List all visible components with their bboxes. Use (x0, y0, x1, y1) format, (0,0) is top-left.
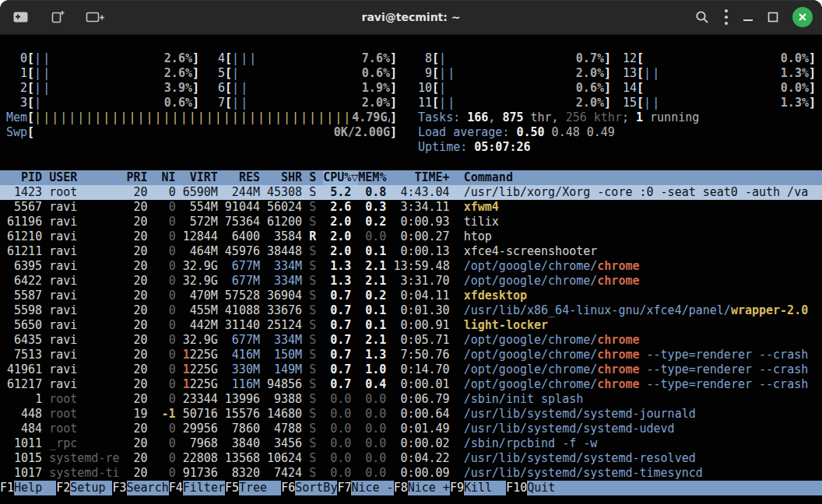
process-row[interactable]: 1root20023344139969388S0.00.00:06.79/sbi… (0, 392, 822, 407)
column-header-shr[interactable]: SHR (267, 170, 302, 185)
text-segment: 0.8 (365, 185, 386, 199)
process-row[interactable]: 6395ravi20032.9G677M334MS1.32.113:59.48/… (0, 259, 822, 274)
process-cell: 0.7 (323, 303, 351, 318)
column-header-ni[interactable]: NI (155, 170, 176, 185)
process-cell: S (309, 274, 316, 289)
process-row[interactable]: 61196ravi200572M7536461200S2.00.20:00.93… (0, 215, 822, 229)
process-row[interactable]: 1017systemd-ti2009173683207424S0.00.00:0… (0, 466, 822, 481)
maximize-button[interactable] (768, 12, 778, 23)
process-row[interactable]: 1423root2006590M244M45308S5.20.84:43.04/… (0, 185, 822, 200)
process-cell: 56024 (267, 200, 302, 215)
fkey-search[interactable]: F3Search (112, 481, 168, 495)
process-row[interactable]: 61210ravi2001284464003584R2.00.00:00.27h… (0, 229, 822, 244)
meter-bracket: [ (225, 81, 232, 96)
cpu-meter-label: 9 (411, 66, 432, 81)
process-row[interactable]: 5567ravi200554M9104456024S2.60.33:34.11x… (0, 200, 822, 215)
text-segment: 22808 (183, 451, 218, 465)
text-segment: 0:06.79 (400, 392, 449, 406)
process-row[interactable]: 6422ravi20032.9G677M334MS1.32.13:31.70/o… (0, 274, 822, 289)
text-segment: 5.2 (330, 185, 351, 199)
text-segment: --type=renderer --crash (639, 362, 808, 376)
process-row[interactable]: 7513ravi2001225G416M150MS0.71.37:50.76/o… (0, 348, 822, 362)
column-header-pid[interactable]: PID (7, 170, 42, 185)
fkey-kill[interactable]: F9Kill (450, 481, 506, 495)
column-header-command[interactable]: Command (464, 170, 822, 185)
fkey-tree[interactable]: F5Tree (225, 481, 281, 495)
table-header-row: PIDUSERPRINIVIRTRESSHRSCPU%▽MEM%TIME+Com… (0, 170, 822, 185)
text-segment: 0 (169, 377, 176, 391)
cpu-meter-row: 10[|0.6%]14[0.0%] (411, 81, 816, 96)
process-row[interactable]: 484root2002995678604788S0.00.00:01.49/us… (0, 422, 822, 436)
column-header-virt[interactable]: VIRT (183, 170, 218, 185)
process-cell: 0.2 (358, 215, 386, 229)
process-row[interactable]: 1015systemd-re200228081356810624S0.00.00… (0, 451, 822, 466)
cpu-meter-bar: ||1.3% (644, 66, 809, 81)
cpu-meter-label: 5 (204, 66, 225, 81)
cpu-meter-bar: 0.0% (644, 81, 809, 96)
process-cell: 0.7 (323, 318, 351, 333)
process-cell: 416M (225, 348, 260, 362)
process-row[interactable]: 5650ravi200442M3114025124S0.70.10:00.91l… (0, 318, 822, 333)
column-header-res[interactable]: RES (225, 170, 260, 185)
cpu-meter-6: 6[||1.9%] (204, 81, 397, 96)
text-segment: chrome (597, 348, 639, 362)
menu-button[interactable] (724, 9, 729, 26)
fkey-help[interactable]: F1Help (0, 481, 56, 495)
process-cell: /opt/google/chrome/chrome --type=rendere… (464, 362, 822, 377)
column-header-cpu[interactable]: CPU% (323, 170, 351, 185)
process-cell: S (309, 362, 316, 377)
process-row[interactable]: 61211ravi200464M4597638448S2.00.10:00.13… (0, 244, 822, 259)
column-header-mem[interactable]: MEM% (358, 170, 386, 185)
process-row[interactable]: 6435ravi20032.9G677M334MS0.72.10:05.71/o… (0, 333, 822, 348)
cpu-meter-7: 7[||2.0%] (204, 96, 397, 110)
fkey-action-label: Nice + (408, 481, 450, 495)
process-row[interactable]: 5598ravi200455M4108833676S0.70.10:01.30/… (0, 303, 822, 318)
text-segment: 0:05.71 (400, 333, 449, 347)
process-cell: 2.1 (358, 259, 386, 274)
text-segment: 334M (274, 274, 302, 288)
text-segment: 0.0 (365, 422, 386, 436)
fkey-filter[interactable]: F4Filter (169, 481, 225, 495)
process-cell: /usr/lib/x86_64-linux-gnu/xfce4/panel/wr… (464, 303, 822, 318)
column-header-time+[interactable]: TIME+ (393, 170, 449, 185)
new-window-button[interactable] (12, 10, 30, 24)
column-header-s[interactable]: S (309, 170, 316, 185)
text-segment: 0.7 (330, 333, 351, 347)
new-session-button[interactable] (50, 9, 65, 25)
fkey-quit[interactable]: F10Quit (506, 481, 822, 495)
cpu-meter-label: 11 (411, 96, 432, 110)
cpu-meter-5: 5[|0.6%] (204, 66, 397, 81)
process-row[interactable]: 61217ravi2001225G116M94856S0.70.40:00.01… (0, 377, 822, 392)
minimize-button[interactable] (743, 12, 754, 23)
column-header-[interactable]: ▽ (351, 170, 358, 185)
meter-bracket: [ (637, 66, 644, 81)
process-cell: 0:00.27 (393, 229, 449, 244)
process-cell: ravi (49, 318, 119, 333)
text-segment: 455M (190, 303, 218, 317)
close-button[interactable] (792, 7, 813, 27)
process-cell: xfwm4 (464, 200, 822, 215)
cpu-meter-label: 6 (204, 81, 225, 96)
process-cell: 1017 (7, 466, 42, 481)
text-segment: 1015 (14, 451, 42, 465)
column-header-pri[interactable]: PRI (126, 170, 147, 185)
process-row[interactable]: 5587ravi200470M5752836904S0.70.20:04.11x… (0, 289, 822, 303)
cpu-meter-value: 0.6% (164, 96, 192, 110)
process-row[interactable]: 41961ravi2001225G330M149MS0.71.00:14.70/… (0, 362, 822, 377)
column-header-user[interactable]: USER (49, 170, 119, 185)
text-segment: light-locker (464, 318, 548, 332)
fkey-setup[interactable]: F2Setup (56, 481, 112, 495)
process-cell: ravi (49, 303, 119, 318)
search-button[interactable] (694, 9, 710, 25)
fkey-sortby[interactable]: F6SortBy (281, 481, 337, 495)
fkey-nice[interactable]: F7Nice - (337, 481, 393, 495)
text-segment: 6395 (14, 259, 42, 273)
memory-meter-bar-fill: |||||||||||||||||||||||||||||| (94, 110, 352, 125)
process-row[interactable]: 1011_rpc200796838403456S0.00.00:00.02/sb… (0, 436, 822, 451)
process-cell: 0.1 (358, 244, 386, 259)
process-row[interactable]: 448root19-1507161557614680S0.00.00:00.64… (0, 407, 822, 422)
fkey-nice+[interactable]: F8Nice + (394, 481, 450, 495)
split-terminal-button[interactable] (86, 10, 106, 24)
text-segment: 0 (169, 185, 176, 199)
process-cell: 0.0 (323, 407, 351, 422)
